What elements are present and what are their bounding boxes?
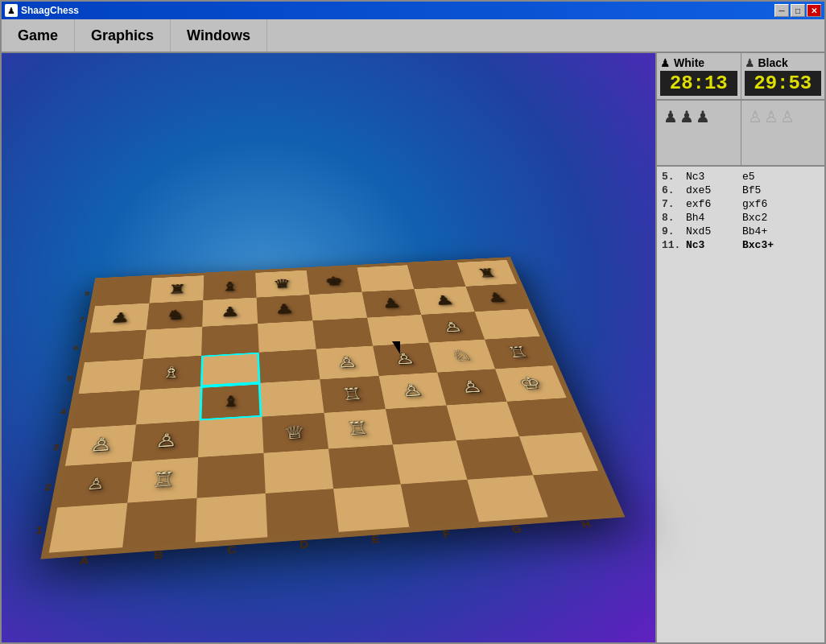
piece-black-bishop-c4: ♝ [200,383,262,420]
menu-windows[interactable]: Windows [171,19,267,52]
cell-g6[interactable]: ♙ [421,312,485,342]
cell-g8[interactable] [407,262,465,289]
menu-game[interactable]: Game [2,19,75,52]
cell-c5[interactable] [200,352,261,386]
cell-d8[interactable]: ♛ [255,270,309,298]
piece-white-pawn-g4: ♙ [437,369,506,405]
cell-a7[interactable]: ♟ [90,303,150,332]
cell-f6[interactable] [367,315,429,345]
title-bar: ♟ ShaagChess ─ □ ✕ [2,2,824,19]
move-white: dxe5 [686,184,742,196]
clock-area: ♟ White 28:13 ♟ Black 29:53 [657,53,824,101]
minimize-button[interactable]: ─ [774,4,789,17]
cell-a5[interactable] [79,359,143,394]
cell-e2[interactable] [328,444,401,488]
chess-scene: 87654321 ABCDEFGH ♜ [42,101,622,601]
cell-c4[interactable]: ♝ [200,383,262,420]
move-white: Bh4 [686,212,742,224]
cell-h6[interactable] [475,309,540,340]
white-clock: ♟ White 28:13 [657,53,741,99]
piece-black-rook-b8: ♜ [149,275,204,303]
move-number: 11. [662,239,686,251]
move-black: Bb4+ [742,225,799,237]
cell-b1[interactable] [122,497,196,547]
cell-b4[interactable] [136,386,200,424]
cell-h8[interactable]: ♜ [457,260,517,287]
captured-white-pawn-3: ♙ [780,107,795,126]
black-captured: ♙ ♙ ♙ [741,101,825,165]
move-row: 11. Nc3 Bxc3+ [660,238,821,252]
cell-h4[interactable]: ♔ [495,365,567,401]
piece-white-knight-g5: ♘ [429,339,495,372]
cell-e7[interactable] [309,291,367,320]
move-number: 5. [662,171,686,183]
move-row: 6. dxe5 Bf5 [660,184,821,197]
piece-black-pawn-h7: ♟ [465,283,527,312]
cell-a2[interactable]: ♙ [57,461,132,507]
cell-c7[interactable]: ♟ [202,297,258,327]
cell-h7[interactable]: ♟ [465,283,527,312]
main-window: ♟ ShaagChess ─ □ ✕ Game Graphics Windows [0,0,826,644]
cell-f3[interactable] [386,405,456,444]
cell-a6[interactable] [85,330,147,362]
cell-g5[interactable]: ♘ [429,339,495,372]
cell-d6[interactable] [258,320,316,352]
cell-g7[interactable]: ♟ [414,287,474,315]
cell-h1[interactable] [533,470,616,517]
cell-h2[interactable] [519,432,598,475]
cell-c8[interactable]: ♝ [203,273,256,300]
captured-black-pawn-3: ♟ [696,107,710,126]
cell-f1[interactable] [401,479,479,526]
piece-black-pawn-f7: ♟ [362,289,422,318]
menu-graphics[interactable]: Graphics [75,19,171,52]
cell-f8[interactable] [357,265,415,291]
white-clock-header: ♟ White [660,56,737,69]
maximize-button[interactable]: □ [791,4,805,17]
cell-e6[interactable] [312,318,373,349]
cell-c6[interactable] [201,324,259,355]
move-white: Nc3 [686,239,742,251]
cell-d1[interactable] [266,489,339,537]
cell-c1[interactable] [196,493,268,543]
cell-a1[interactable] [49,502,128,552]
cell-d5[interactable] [259,349,320,382]
piece-white-pawn-a2: ♙ [57,461,132,507]
cell-h3[interactable] [506,398,581,436]
piece-black-pawn-d7: ♟ [257,295,313,324]
cell-d7[interactable]: ♟ [257,295,313,324]
piece-white-rook-e4: ♖ [320,376,385,413]
move-number: 8. [662,212,686,224]
cell-f5[interactable]: ♙ [373,342,437,376]
cell-a8[interactable] [95,278,152,305]
cell-e5[interactable]: ♙ [316,345,379,379]
chess-board[interactable]: 87654321 ABCDEFGH ♜ [40,257,625,559]
cell-e1[interactable] [333,484,409,532]
cell-e4[interactable]: ♖ [320,376,385,413]
cell-d2[interactable] [263,449,333,493]
menu-bar: Game Graphics Windows [2,19,824,53]
cell-b8[interactable]: ♜ [149,275,204,303]
move-white: Nc3 [686,171,742,183]
cell-b2[interactable]: ♖ [127,457,198,502]
app-icon: ♟ [5,4,18,17]
cell-a3[interactable]: ♙ [65,424,136,466]
cell-f7[interactable]: ♟ [362,289,422,318]
cell-b3[interactable]: ♙ [132,420,200,461]
cell-b7[interactable]: ♞ [147,300,203,330]
cell-d4[interactable] [260,379,324,416]
captured-white-pawn-1: ♙ [748,107,762,126]
cell-c2[interactable] [197,453,266,498]
cell-b6[interactable] [143,327,202,359]
cell-d3[interactable]: ♕ [262,413,328,453]
cell-c3[interactable] [198,416,263,457]
cell-e8[interactable]: ♚ [307,267,362,294]
cell-f2[interactable] [393,440,467,484]
cell-b5[interactable]: ♗ [140,356,202,390]
move-black: gxf6 [742,198,799,210]
cell-e3[interactable]: ♖ [324,409,392,449]
cell-f4[interactable]: ♙ [379,373,447,409]
close-button[interactable]: ✕ [807,4,821,17]
cell-g4[interactable]: ♙ [437,369,506,405]
cell-h5[interactable]: ♖ [485,336,552,369]
cell-a4[interactable] [72,390,140,428]
